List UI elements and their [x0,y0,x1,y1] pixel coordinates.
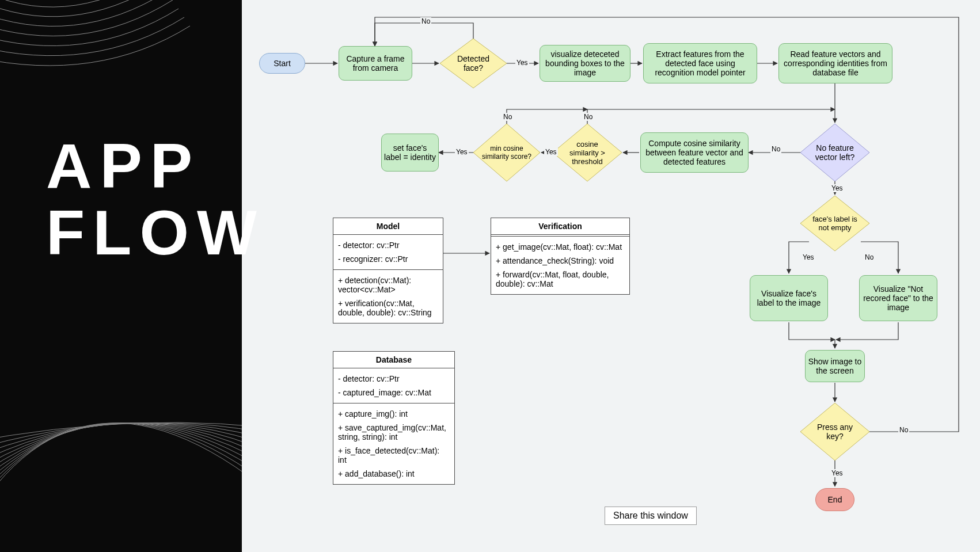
edge-label: No [502,113,513,121]
threshold-decision: cosine similarity > threshold [561,137,613,168]
svg-marker-4 [800,196,869,251]
no-vector-decision: No feature vector left? [806,137,864,168]
vis-not-recorded-node: Visualize "Not recored face" to the imag… [859,275,937,321]
decorative-lines [0,0,242,552]
uml-model: Model - detector: cv::Ptr - recognizer: … [333,218,443,323]
set-label-node: set face's label = identity [381,134,439,172]
visualize-boxes-node: visualize deteceted bounding boxes to th… [540,45,630,82]
edge-label: No [864,253,875,261]
edge-label: Yes [455,148,469,156]
capture-node: Capture a frame from camera [339,46,412,81]
svg-marker-3 [473,124,540,181]
edge-label: Yes [830,469,844,477]
vis-label-node: Visualize face's label to the image [750,275,828,321]
svg-marker-5 [800,403,869,460]
edge-label: No [770,145,781,153]
uml-database: Database - detector: cv::Ptr - captured_… [333,351,455,485]
start-node: Start [259,53,305,74]
slide: APP FLOW [0,0,980,552]
min-score-decision: min cosine similarity score? [477,136,537,169]
title-line-1: APP [46,132,265,199]
extract-node: Extract features from the detected face … [643,43,757,83]
edge-label: No [898,426,909,434]
title-line-2: FLOW [46,199,265,266]
svg-marker-2 [553,124,622,181]
show-node: Show image to the screen [805,350,865,382]
page-title: APP FLOW [46,132,265,265]
share-window-button[interactable]: Share this window [605,507,697,525]
compute-node: Compute cosine similarity between featur… [640,132,749,173]
title-panel: APP FLOW [0,0,242,552]
edge-label: No [583,113,594,121]
svg-marker-1 [800,124,869,181]
detected-decision: Detected face? [450,52,496,75]
edge-label: Yes [544,148,558,156]
end-node: End [815,488,854,511]
edge-label: Yes [802,253,815,261]
edge-label: Yes [515,59,529,67]
read-node: Read feature vectors and corresponding i… [778,43,892,83]
press-key-decision: Press any key? [812,420,858,443]
uml-verification: Verification + get_image(cv::Mat, float)… [491,218,630,295]
label-not-empty-decision: face's label is not empty [807,207,863,239]
svg-marker-0 [440,39,507,88]
edge-label: Yes [830,184,844,192]
edge-label: No [420,17,431,25]
